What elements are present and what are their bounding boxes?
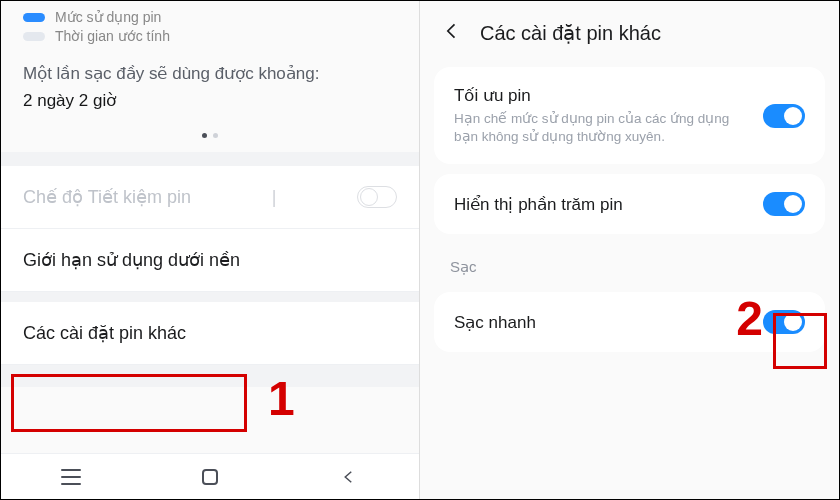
battery-overview-screen: Mức sử dụng pin Thời gian ước tính Một l… xyxy=(1,1,420,499)
section-divider xyxy=(1,292,419,302)
fast-charging-label: Sạc nhanh xyxy=(454,312,749,333)
legend-swatch-usage xyxy=(23,13,45,22)
background-usage-limit-row[interactable]: Giới hạn sử dụng dưới nền xyxy=(1,229,419,292)
nav-recents-icon[interactable] xyxy=(60,466,82,488)
screen-header: Các cài đặt pin khác xyxy=(420,1,839,57)
usage-legend: Mức sử dụng pin Thời gian ước tính xyxy=(1,1,419,53)
optimize-battery-subtitle: Hạn chế mức sử dụng pin của các ứng dụng… xyxy=(454,110,749,146)
more-battery-settings-label: Các cài đặt pin khác xyxy=(23,322,186,344)
more-battery-settings-row[interactable]: Các cài đặt pin khác xyxy=(1,302,419,365)
more-battery-settings-screen: Các cài đặt pin khác Tối ưu pin Hạn chế … xyxy=(420,1,839,499)
section-divider xyxy=(1,152,419,166)
pager-dot-2[interactable] xyxy=(213,133,218,138)
bottom-gap xyxy=(1,365,419,387)
legend-usage-label: Mức sử dụng pin xyxy=(55,9,161,25)
background-usage-limit-label: Giới hạn sử dụng dưới nền xyxy=(23,249,240,271)
charge-estimate-value: 2 ngày 2 giờ xyxy=(23,90,397,111)
charging-card: Sạc nhanh xyxy=(434,292,825,352)
optimize-battery-toggle[interactable] xyxy=(763,104,805,128)
optimize-battery-title: Tối ưu pin xyxy=(454,85,749,106)
show-battery-percent-label: Hiển thị phần trăm pin xyxy=(454,194,749,215)
system-nav-bar xyxy=(1,453,419,499)
charging-category-label: Sạc xyxy=(420,244,839,282)
divider-pipe: | xyxy=(272,187,277,208)
nav-home-icon[interactable] xyxy=(199,466,221,488)
pager-dots[interactable] xyxy=(1,125,419,152)
charge-estimate: Một lần sạc đầy sẽ dùng được khoảng: 2 n… xyxy=(1,53,419,125)
power-saving-mode-row[interactable]: Chế độ Tiết kiệm pin | xyxy=(1,166,419,229)
show-percent-card: Hiển thị phần trăm pin xyxy=(434,174,825,234)
legend-usage: Mức sử dụng pin xyxy=(23,9,397,25)
legend-estimate: Thời gian ước tính xyxy=(23,28,397,44)
screen-title: Các cài đặt pin khác xyxy=(480,21,661,45)
legend-swatch-estimate xyxy=(23,32,45,41)
fast-charging-row[interactable]: Sạc nhanh xyxy=(434,292,825,352)
power-saving-mode-label: Chế độ Tiết kiệm pin xyxy=(23,186,191,208)
back-icon[interactable] xyxy=(442,21,462,45)
optimize-battery-row[interactable]: Tối ưu pin Hạn chế mức sử dụng pin của c… xyxy=(434,67,825,164)
show-battery-percent-toggle[interactable] xyxy=(763,192,805,216)
fast-charging-toggle[interactable] xyxy=(763,310,805,334)
power-saving-toggle[interactable] xyxy=(357,186,397,208)
nav-back-icon[interactable] xyxy=(338,466,360,488)
battery-optimize-card: Tối ưu pin Hạn chế mức sử dụng pin của c… xyxy=(434,67,825,164)
legend-estimate-label: Thời gian ước tính xyxy=(55,28,170,44)
pager-dot-1[interactable] xyxy=(202,133,207,138)
show-battery-percent-row[interactable]: Hiển thị phần trăm pin xyxy=(434,174,825,234)
charge-estimate-prefix: Một lần sạc đầy sẽ dùng được khoảng: xyxy=(23,63,397,84)
